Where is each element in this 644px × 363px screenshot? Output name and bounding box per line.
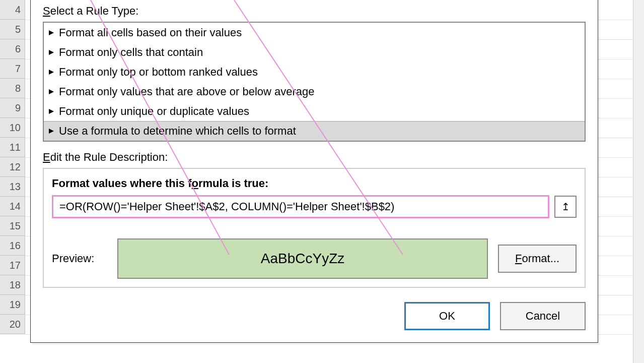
arrow-right-icon: [49, 30, 54, 35]
new-formatting-rule-dialog: Select a Rule Type: Format all cells bas…: [30, 0, 598, 343]
preview-label: Preview:: [52, 252, 107, 265]
rule-type-label: Format all cells based on their values: [59, 26, 242, 39]
vertical-scrollbar[interactable]: [633, 0, 644, 363]
rule-type-label: Format only top or bottom ranked values: [59, 66, 258, 79]
row-header[interactable]: 17: [0, 256, 25, 275]
row-header[interactable]: 11: [0, 138, 25, 157]
row-header[interactable]: 14: [0, 197, 25, 216]
arrow-right-icon: [49, 109, 54, 114]
row-header[interactable]: 20: [0, 315, 25, 334]
rule-type-label: Format only cells that contain: [59, 46, 203, 59]
collapse-icon: ↥: [561, 201, 570, 213]
row-header[interactable]: 12: [0, 157, 25, 177]
row-header[interactable]: 9: [0, 98, 25, 118]
edit-rule-description-label: Edit the Rule Description:: [43, 151, 586, 164]
row-header[interactable]: 5: [0, 20, 25, 39]
row-header[interactable]: 15: [0, 216, 25, 236]
row-header[interactable]: 4: [0, 0, 25, 20]
rule-type-item[interactable]: Format all cells based on their values: [44, 23, 585, 42]
arrow-right-icon: [49, 129, 54, 134]
row-header[interactable]: 7: [0, 59, 25, 79]
rule-type-label: Format only unique or duplicate values: [59, 105, 249, 118]
formula-input[interactable]: [52, 195, 549, 218]
select-rule-type-label: Select a Rule Type:: [43, 5, 586, 18]
rule-type-item[interactable]: Format only unique or duplicate values: [44, 101, 585, 121]
row-header[interactable]: 13: [0, 177, 25, 197]
cancel-button[interactable]: Cancel: [500, 302, 586, 330]
dialog-button-row: OK Cancel: [43, 302, 586, 330]
rule-type-item[interactable]: Use a formula to determine which cells t…: [44, 121, 585, 141]
rule-type-item[interactable]: Format only top or bottom ranked values: [44, 62, 585, 82]
collapse-dialog-button[interactable]: ↥: [554, 196, 577, 218]
rule-type-label: Format only values that are above or bel…: [59, 85, 315, 98]
ok-button[interactable]: OK: [404, 302, 490, 330]
rule-type-item[interactable]: Format only values that are above or bel…: [44, 82, 585, 101]
row-header[interactable]: 10: [0, 118, 25, 138]
arrow-right-icon: [49, 89, 54, 94]
format-button[interactable]: Format...: [498, 245, 577, 273]
rule-type-list[interactable]: Format all cells based on their valuesFo…: [43, 22, 586, 142]
row-header[interactable]: 6: [0, 39, 25, 59]
arrow-right-icon: [49, 50, 54, 55]
arrow-right-icon: [49, 70, 54, 75]
rule-type-label: Use a formula to determine which cells t…: [59, 125, 296, 138]
row-headers: 4567891011121314151617181920: [0, 0, 25, 334]
row-header[interactable]: 8: [0, 79, 25, 98]
row-header[interactable]: 16: [0, 236, 25, 256]
rule-description-box: Format values where this formula is true…: [43, 168, 586, 288]
rule-type-item[interactable]: Format only cells that contain: [44, 42, 585, 62]
row-header[interactable]: 18: [0, 275, 25, 295]
preview-box: AaBbCcYyZz: [117, 238, 488, 279]
row-header[interactable]: 19: [0, 295, 25, 315]
formula-true-label: Format values where this formula is true…: [52, 177, 577, 190]
